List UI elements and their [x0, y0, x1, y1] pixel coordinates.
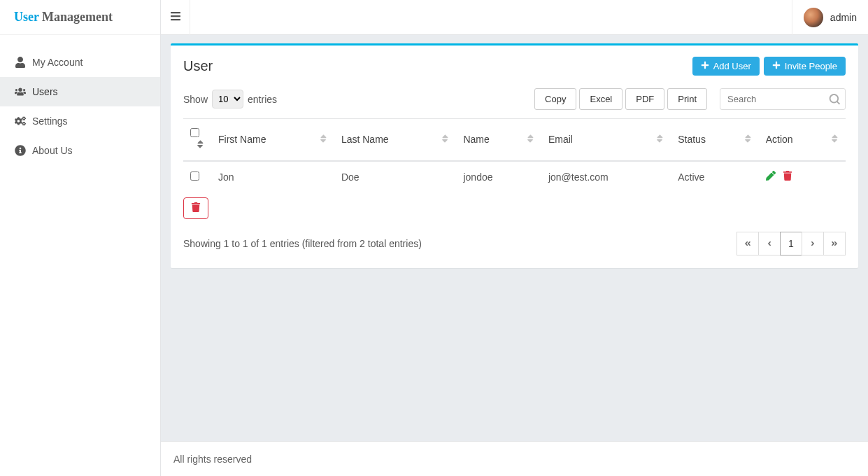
copy-button[interactable]: Copy	[534, 88, 576, 110]
row-checkbox[interactable]	[190, 172, 199, 181]
page-number-button[interactable]: 1	[780, 232, 802, 255]
sidebar-item-settings[interactable]: Settings	[0, 106, 160, 136]
search-input[interactable]	[720, 88, 846, 110]
col-status[interactable]: Status	[671, 119, 759, 162]
page-title: User	[183, 58, 213, 74]
users-icon	[13, 86, 28, 97]
user-name: admin	[830, 12, 857, 23]
user-menu[interactable]: admin	[792, 0, 868, 35]
sidebar-item-label: Settings	[32, 115, 68, 127]
angle-double-left-icon	[744, 238, 751, 249]
pdf-button[interactable]: PDF	[625, 88, 664, 110]
delete-button[interactable]	[783, 171, 792, 183]
excel-button[interactable]: Excel	[579, 88, 622, 110]
bulk-delete-button[interactable]	[183, 197, 208, 219]
page-first-button[interactable]	[737, 232, 759, 255]
cell-status: Active	[671, 161, 759, 192]
sidebar-nav: My Account Users Settings About Us	[0, 35, 160, 165]
sidebar-item-my-account[interactable]: My Account	[0, 48, 160, 77]
sort-icon	[319, 134, 327, 146]
avatar	[804, 8, 823, 27]
info-circle-icon	[13, 145, 28, 156]
users-table: First Name Last Name Name Email Status A…	[183, 118, 846, 192]
select-all-checkbox[interactable]	[190, 128, 199, 137]
angle-left-icon	[766, 238, 773, 249]
page-last-button[interactable]	[823, 232, 846, 255]
sidebar-item-users[interactable]: Users	[0, 77, 160, 106]
cell-name: jondoe	[456, 161, 541, 192]
show-label: Show	[183, 94, 208, 105]
entries-label: entries	[248, 94, 277, 105]
add-user-label: Add User	[713, 61, 751, 71]
sort-icon	[744, 134, 752, 146]
sidebar: User Management My Account Users Setti	[0, 0, 161, 476]
page-prev-button[interactable]	[758, 232, 781, 255]
trash-icon	[191, 202, 201, 214]
col-first-name[interactable]: First Name	[211, 119, 334, 162]
user-card: User Add User Invite People	[171, 43, 858, 268]
plus-icon	[772, 61, 781, 71]
col-action[interactable]: Action	[759, 119, 846, 162]
sidebar-item-about-us[interactable]: About Us	[0, 136, 160, 165]
col-last-name[interactable]: Last Name	[334, 119, 457, 162]
cogs-icon	[13, 115, 28, 127]
page-next-button[interactable]	[802, 232, 824, 255]
sidebar-item-label: My Account	[32, 57, 83, 68]
invite-people-label: Invite People	[785, 61, 837, 71]
cell-email: jon@test.com	[541, 161, 671, 192]
page-size-select[interactable]: 10	[212, 90, 243, 108]
user-icon	[13, 57, 28, 68]
sort-icon[interactable]	[196, 139, 204, 151]
sort-icon	[526, 134, 534, 146]
footer: All rights reserved	[161, 441, 868, 476]
sort-icon	[441, 134, 449, 146]
angle-right-icon	[809, 238, 816, 249]
sort-icon	[655, 134, 664, 146]
table-info: Showing 1 to 1 of 1 entries (filtered fr…	[183, 238, 422, 249]
cell-first-name: Jon	[211, 161, 334, 192]
sidebar-item-label: About Us	[32, 145, 73, 156]
cell-last-name: Doe	[334, 161, 457, 192]
edit-button[interactable]	[766, 171, 776, 183]
add-user-button[interactable]: Add User	[692, 57, 760, 76]
sort-icon	[830, 134, 839, 146]
pencil-icon	[766, 172, 776, 183]
plus-icon	[701, 61, 709, 71]
print-button[interactable]: Print	[667, 88, 707, 110]
topbar: admin	[161, 0, 868, 35]
col-email[interactable]: Email	[541, 119, 671, 162]
footer-text: All rights reserved	[173, 454, 252, 465]
invite-people-button[interactable]: Invite People	[764, 57, 846, 76]
sidebar-toggle-button[interactable]	[161, 0, 190, 35]
pagination: 1	[737, 232, 846, 255]
table-row: Jon Doe jondoe jon@test.com Active	[183, 161, 846, 192]
col-name[interactable]: Name	[456, 119, 541, 162]
angle-double-right-icon	[831, 238, 838, 249]
brand-text-2: Management	[42, 10, 113, 24]
trash-icon	[783, 172, 792, 183]
brand-logo[interactable]: User Management	[0, 0, 160, 35]
bars-icon	[170, 10, 181, 24]
sidebar-item-label: Users	[32, 86, 58, 97]
brand-text-1: User	[14, 10, 39, 24]
